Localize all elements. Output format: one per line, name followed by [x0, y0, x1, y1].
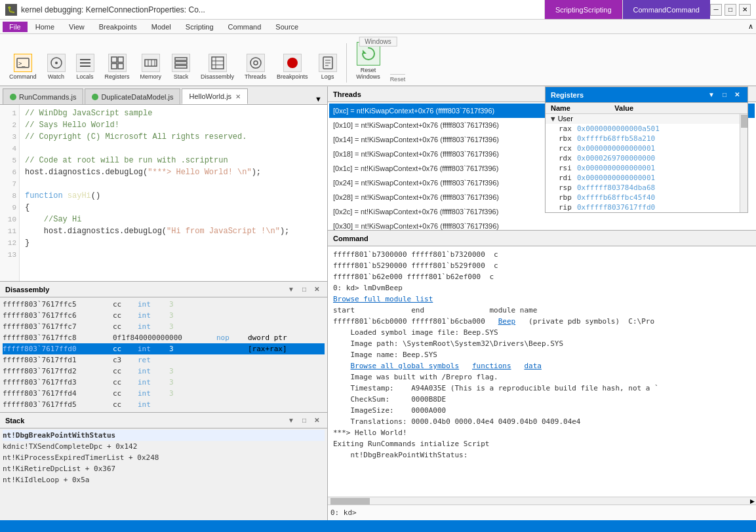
ribbon-threads-btn[interactable]: Threads — [241, 51, 270, 83]
command-input[interactable] — [359, 508, 753, 517]
dis-row-ffd4: fffff803`7617ffd4 cc int 3 — [3, 388, 325, 399]
disassembly-pin-btn[interactable]: ▼ — [285, 284, 297, 294]
code-line-12: } — [25, 237, 322, 249]
editor-tab-bar: RunCommands.js DuplicateDataModel.js Hel… — [0, 86, 327, 105]
stack-pin-btn[interactable]: ▼ — [285, 415, 297, 425]
menu-breakpoints[interactable]: Breakpoints — [92, 22, 144, 32]
code-line-13 — [25, 249, 322, 261]
reg-scroll-thumb[interactable] — [741, 115, 747, 128]
registers-float-btn[interactable]: □ — [720, 90, 729, 100]
ribbon-locals-btn[interactable]: Locals — [72, 51, 98, 83]
reg-rbx: rbx 0xffffb68ffb58a210 — [546, 134, 740, 143]
title-tab-scripting[interactable]: Scripting Scripting — [544, 0, 622, 19]
breakpoints-btn-label: Breakpoints — [277, 73, 308, 80]
stack-close-btn[interactable]: ✕ — [311, 415, 322, 425]
ribbon-memory-btn[interactable]: Memory — [136, 51, 166, 83]
cmd-hscroll-thumb[interactable] — [330, 498, 370, 504]
registers-body: ▼ User rax 0x0000000000000a501 rbx 0xfff… — [546, 114, 747, 212]
cmd-browse-link[interactable]: Browse full module list — [333, 294, 751, 305]
stack-item-4: nt!KiIdleLoop + 0x5a — [3, 474, 325, 485]
registers-controls: ▼ □ ✕ — [706, 90, 742, 100]
cmd-hscrollbar[interactable]: ▶ — [328, 497, 756, 504]
svg-rect-15 — [175, 58, 187, 60]
close-button[interactable]: ✕ — [739, 4, 751, 16]
data-link[interactable]: data — [524, 362, 542, 370]
menu-model[interactable]: Model — [145, 22, 178, 32]
functions-link[interactable]: functions — [472, 362, 511, 370]
menu-scripting[interactable]: Scripting — [179, 22, 220, 32]
svg-rect-9 — [111, 64, 117, 69]
code-editor[interactable]: 1 2 3 4 5 6 7 8 9 10 11 12 13 — [0, 105, 327, 281]
reg-rsi: rsi 0x0000000000000001 — [546, 163, 740, 173]
ribbon-registers-btn[interactable]: Registers — [101, 51, 134, 83]
stack-item-0: nt!DbgBreakPointWithStatus — [3, 430, 325, 441]
watch-icon — [47, 54, 66, 72]
browse-module-link[interactable]: Browse full module list — [333, 295, 433, 303]
disassembly-float-btn[interactable]: □ — [300, 284, 309, 294]
maximize-button[interactable]: □ — [725, 4, 736, 16]
cmd-line-3: fffff801`b62e000 fffff801`b62ef000 c — [333, 271, 751, 282]
ribbon-logs-btn[interactable]: Logs — [315, 51, 341, 83]
svg-point-22 — [250, 58, 261, 68]
thread-item-8[interactable]: [0x30] = nt!KiSwapContext+0x76 (fffff803… — [329, 219, 755, 230]
global-symbols-link[interactable]: Browse all global symbols — [351, 362, 460, 370]
ribbon-command-btn[interactable]: >_ Command — [5, 51, 41, 83]
registers-scrollbar[interactable] — [740, 114, 747, 212]
code-line-8: function sayHi() — [25, 190, 322, 202]
beep-link[interactable]: Beep — [498, 317, 516, 326]
reset-sub-label: Reset — [390, 74, 406, 83]
registers-scroll-area: ▼ User rax 0x0000000000000a501 rbx 0xfff… — [546, 114, 740, 212]
menu-expand-icon[interactable]: ∧ — [748, 22, 753, 31]
ribbon-watch-btn[interactable]: Watch — [43, 51, 70, 83]
logs-icon — [319, 54, 337, 72]
ribbon-breakpoints-btn[interactable]: Breakpoints — [273, 51, 312, 83]
tab-runcommands[interactable]: RunCommands.js — [3, 88, 83, 104]
tab-duplicatedatamodel[interactable]: DuplicateDataModel.js — [85, 88, 180, 104]
disassembly-close-btn[interactable]: ✕ — [311, 284, 322, 294]
threads-btn-label: Threads — [245, 73, 266, 80]
cmd-line-8: Image path: \SystemRoot\System32\Drivers… — [333, 338, 751, 349]
menu-view[interactable]: View — [62, 22, 91, 32]
stack-title: Stack — [5, 417, 24, 425]
reg-rsi-value: 0x0000000000000001 — [577, 164, 655, 172]
stack-item-2: nt!KiProcessExpiredTimerList + 0x248 — [3, 452, 325, 463]
ribbon-disassembly-btn[interactable]: Disassembly — [197, 51, 238, 83]
cmd-line-1: fffff801`b7300000 fffff801`b7320000 c — [333, 249, 751, 260]
menu-file[interactable]: File — [3, 22, 28, 32]
command-title: Command — [333, 235, 368, 242]
code-content: // WinDbg JavaScript sample // Says Hell… — [20, 105, 327, 281]
tab-list-btn[interactable]: ▼ — [312, 94, 325, 104]
svg-rect-6 — [80, 66, 90, 67]
menu-home[interactable]: Home — [29, 22, 61, 32]
svg-rect-18 — [212, 57, 224, 69]
status-bar — [0, 520, 756, 532]
cmd-hscroll-right[interactable]: ▶ — [748, 498, 756, 504]
tab-helloworld[interactable]: HelloWorld.js ✕ — [182, 88, 248, 104]
left-pane: RunCommands.js DuplicateDataModel.js Hel… — [0, 86, 328, 520]
title-tab-command[interactable]: Command Command — [622, 0, 711, 19]
tab-helloworld-close[interactable]: ✕ — [235, 93, 241, 100]
registers-close-btn[interactable]: ✕ — [732, 90, 742, 100]
dis-row-ffc7: fffff803`7617ffc7 cc int 3 — [3, 321, 325, 332]
reg-rbx-value: 0xffffb68ffb58a210 — [577, 134, 655, 143]
svg-point-24 — [287, 58, 298, 68]
svg-rect-17 — [175, 66, 187, 68]
reg-expand-icon[interactable]: ▼ — [551, 115, 555, 123]
dis-row-ffd5: fffff803`7617ffd5 cc int — [3, 399, 325, 410]
minimize-button[interactable]: ─ — [710, 4, 722, 16]
threads-icon — [247, 54, 265, 72]
registers-pin-btn[interactable]: ▼ — [706, 90, 717, 100]
dis-row-ffd1: fffff803`7617ffd1 c3 ret — [3, 354, 325, 366]
stack-float-btn[interactable]: □ — [300, 415, 309, 425]
reg-rip-value: 0xfffff8037617ffd0 — [577, 203, 655, 212]
app-icon: 🐛 — [5, 4, 17, 16]
dis-row-ffc6: fffff803`7617ffc6 cc int 3 — [3, 310, 325, 321]
disassembly-content[interactable]: fffff803`7617ffc5 cc int 3 fffff803`7617… — [0, 297, 327, 412]
tab-controls: ▼ — [312, 94, 325, 104]
cmd-line-15: Translations: 0000.04b0 0000.04e4 0409.0… — [333, 416, 751, 427]
registers-title: Registers — [551, 91, 584, 99]
menu-command[interactable]: Command — [222, 22, 268, 32]
windows-group-label: Windows — [359, 37, 397, 47]
ribbon-stack-btn[interactable]: Stack — [168, 51, 194, 83]
menu-source[interactable]: Source — [269, 22, 305, 32]
